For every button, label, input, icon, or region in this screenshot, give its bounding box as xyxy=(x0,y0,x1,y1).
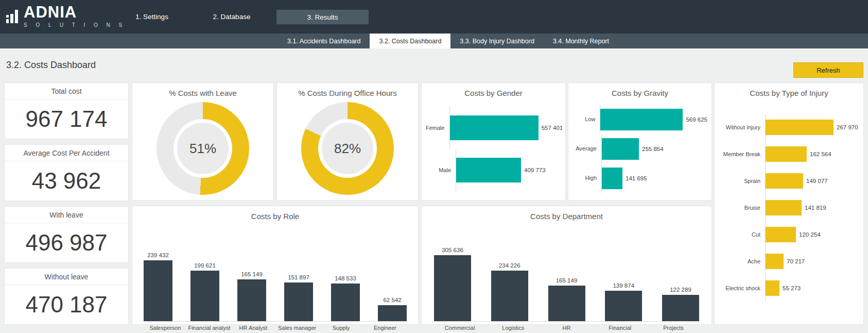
tab-results[interactable]: 3. Results xyxy=(276,10,369,24)
chart-title: Costs by Gravity xyxy=(568,83,711,97)
bar-track: 569 625 xyxy=(600,105,707,134)
column: 165 149 xyxy=(237,271,266,321)
refresh-button[interactable]: Refresh xyxy=(793,62,863,78)
column: 148 533 xyxy=(331,275,360,321)
value-label: 151 897 xyxy=(288,274,309,280)
column: 239 432 xyxy=(144,252,172,321)
kpi-card-average-cost: Average Cost Per Accident 43 962 xyxy=(4,144,129,201)
category-label: Commercial xyxy=(434,325,485,332)
bar xyxy=(450,115,539,140)
column-plot: 305 636234 226165 149139 874122 289 xyxy=(434,238,699,322)
donut-chart: 82% xyxy=(301,102,394,195)
top-header-bar: ADNIA S O L U T I O N S 1. Settings 2. D… xyxy=(0,0,868,34)
category-label: HR Analyst xyxy=(232,325,275,333)
chart-card-costs-by-gender: Costs by Gender Female557 401Male409 773 xyxy=(421,82,566,201)
bar xyxy=(602,168,622,189)
kpi-label: Total cost xyxy=(5,83,128,99)
subtab-costs-dashboard[interactable]: 3.2. Costs Dashboard xyxy=(370,34,450,48)
bar-track: 70 217 xyxy=(765,248,859,275)
bar-rows: Female557 401Male409 773 xyxy=(422,107,565,191)
bar xyxy=(190,271,219,321)
category-label: Bruise xyxy=(719,194,765,221)
category-label: Male xyxy=(426,149,456,191)
bar-track: 557 401 xyxy=(449,107,563,149)
bar-track: 149 077 xyxy=(765,168,859,194)
value-label: 139 874 xyxy=(613,282,634,289)
value-label: 557 401 xyxy=(542,125,563,131)
category-label: Logistics xyxy=(488,325,539,332)
bar xyxy=(766,173,803,189)
bar-track: 141 695 xyxy=(601,163,707,193)
subtab-body-injury-dashboard[interactable]: 3.3. Body Injury Dashbord xyxy=(450,34,544,48)
value-label: 149 077 xyxy=(806,178,828,184)
brand-tagline: S O L U T I O N S xyxy=(24,22,126,28)
donut-center-label: 82% xyxy=(318,119,377,178)
value-label: 148 533 xyxy=(335,275,356,281)
dashboard-page: ADNIA S O L U T I O N S 1. Settings 2. D… xyxy=(0,0,868,333)
category-label: Female xyxy=(426,107,449,149)
value-label: 409 773 xyxy=(524,167,546,173)
kpi-card-total-cost: Total cost 967 174 xyxy=(4,82,129,139)
column: 122 289 xyxy=(662,287,699,321)
chart-card-costs-by-department: Costs by Department 305 636234 226165 14… xyxy=(421,206,712,325)
donut-center-label: 51% xyxy=(173,119,232,178)
category-label: Member Break xyxy=(719,141,765,168)
category-label: Engineer xyxy=(363,325,407,333)
bar-row: Member Break162 564 xyxy=(719,141,859,168)
category-label: Electric shock xyxy=(719,275,765,302)
category-label: Sales manager xyxy=(275,325,319,333)
value-label: 62 542 xyxy=(383,297,401,303)
chart-title: % Costs with Leave xyxy=(132,83,273,97)
value-label: 162 564 xyxy=(810,151,831,157)
chart-card-costs-by-type-of-injury: Costs by Type of Injury Without Injury26… xyxy=(714,82,864,325)
value-label: 122 289 xyxy=(670,287,691,293)
column: 234 226 xyxy=(491,262,528,321)
bar xyxy=(284,282,313,321)
bar xyxy=(434,255,471,321)
brand-logo: ADNIA S O L U T I O N S xyxy=(6,5,126,28)
chart-card-costs-with-leave: % Costs with Leave 51% xyxy=(132,82,274,201)
category-label: HR xyxy=(541,325,593,332)
value-label: 305 636 xyxy=(442,247,463,253)
value-label: 141 819 xyxy=(805,205,826,211)
category-label: Salesperson xyxy=(144,325,187,333)
chart-card-costs-office-hours: % Costs During Office Hours 82% xyxy=(276,82,419,201)
bar xyxy=(491,271,528,321)
bar xyxy=(766,254,784,269)
tab-settings[interactable]: 1. Settings xyxy=(118,0,185,34)
kpi-card-without-leave: Without leave 470 187 xyxy=(4,268,129,325)
category-label: Cut xyxy=(719,221,765,248)
value-label: 165 149 xyxy=(556,277,578,284)
bar-row: Male409 773 xyxy=(426,149,561,191)
bar-row: Ache70 217 xyxy=(719,248,859,275)
chart-title: Costs by Type of Injury xyxy=(715,83,863,97)
column-plot: 239 432199 621165 149151 897148 53362 54… xyxy=(144,238,407,322)
bar xyxy=(600,109,683,130)
chart-title: Costs by Gender xyxy=(422,83,565,97)
category-label: Sprain xyxy=(719,168,765,194)
category-label: Financial xyxy=(594,325,646,332)
bar-row: Without Injury267 970 xyxy=(719,114,859,141)
kpi-value: 496 987 xyxy=(5,223,128,262)
subtab-accidents-dashboard[interactable]: 3.1. Accidents Dashboard xyxy=(278,34,370,48)
value-label: 239 432 xyxy=(147,252,169,258)
bar xyxy=(378,305,407,321)
bar xyxy=(602,138,639,160)
bar-row: Sprain149 077 xyxy=(719,168,859,194)
chart-title: % Costs During Office Hours xyxy=(277,83,418,97)
bar-row: Low569 625 xyxy=(572,105,707,134)
subtab-monthly-report[interactable]: 3.4. Monthly Report xyxy=(544,34,618,48)
category-label: Financial analyst xyxy=(187,325,231,333)
bar xyxy=(456,158,521,182)
bar xyxy=(662,295,699,321)
page-title: 3.2. Costs Dashboard xyxy=(6,60,96,71)
bar-rows: Without Injury267 970Member Break162 564… xyxy=(715,114,863,302)
bar xyxy=(548,286,585,321)
bar-track: 267 970 xyxy=(765,114,859,141)
value-label: 141 695 xyxy=(626,175,647,181)
tab-database[interactable]: 2. Database xyxy=(198,0,265,34)
bar xyxy=(331,284,360,321)
category-label: Low xyxy=(572,105,600,134)
category-label: High xyxy=(572,163,601,193)
brand-name: ADNIA xyxy=(24,5,126,20)
